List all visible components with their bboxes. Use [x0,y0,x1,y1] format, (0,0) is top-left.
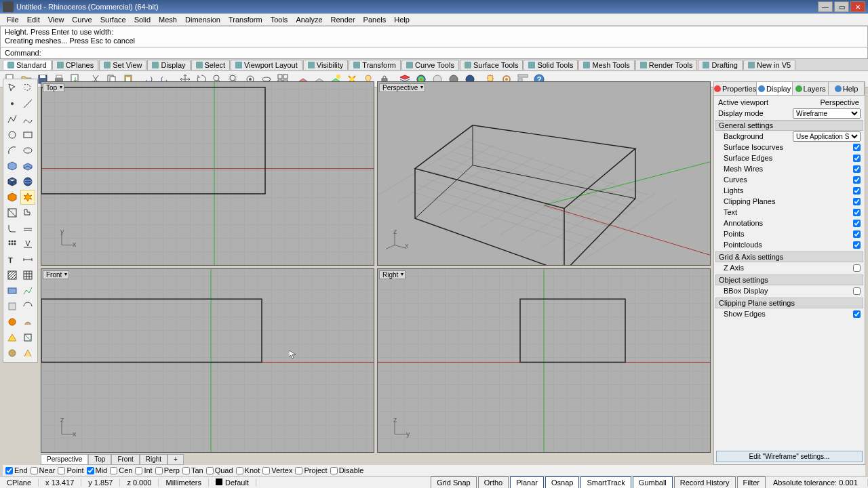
pointclouds-check[interactable] [853,241,861,249]
curves-check[interactable] [853,176,861,184]
tab-standard[interactable]: Standard [3,60,52,70]
tab-solidtools[interactable]: Solid Tools [524,60,578,70]
status-planar[interactable]: Planar [510,476,544,489]
tool8-button[interactable] [20,346,35,361]
offset-button[interactable] [20,221,35,236]
command-input[interactable] [44,49,863,57]
osnap-near[interactable]: Near [31,466,56,474]
surface-button[interactable] [5,159,20,174]
menu-file[interactable]: File [3,14,23,25]
osnap-quad[interactable]: Quad [206,466,233,474]
tab-meshtools[interactable]: Mesh Tools [578,60,634,70]
box-button[interactable] [5,174,20,189]
osnap-perp[interactable]: Perp [155,466,180,474]
status-filter[interactable]: Filter [737,476,766,489]
display-mode-select[interactable]: Wireframe [793,108,861,119]
extrude-button[interactable] [20,159,35,174]
viewtab-front[interactable]: Front [111,454,139,465]
mesh-button[interactable] [5,190,20,205]
tab-visibility[interactable]: Visibility [303,60,349,70]
sphere-button[interactable] [20,174,35,189]
background-select[interactable]: Use Application Settings [793,131,861,142]
viewtab-right[interactable]: Right [140,454,167,465]
status-smarttrack[interactable]: SmartTrack [580,476,631,489]
zaxis-check[interactable] [853,264,861,272]
tab-display[interactable]: Display [147,60,190,70]
menu-tools[interactable]: Tools [267,14,292,25]
menu-mesh[interactable]: Mesh [155,14,181,25]
point-button[interactable] [5,96,20,111]
tab-setview[interactable]: Set View [99,60,146,70]
status-units[interactable]: Millimeters [159,479,209,487]
menu-analyze[interactable]: Analyze [292,14,326,25]
paneltab-layers[interactable]: Layers [793,82,829,95]
hatch-button[interactable] [5,268,20,283]
tab-drafting[interactable]: Drafting [698,60,743,70]
osnap-int[interactable]: Int [135,466,152,474]
tab-viewportlayout[interactable]: Viewport Layout [231,60,302,70]
grid-button[interactable] [20,268,35,283]
viewport-perspective[interactable]: Perspective z x [377,81,711,266]
maximize-button[interactable]: ▭ [834,1,849,12]
tab-rendertools[interactable]: Render Tools [635,60,698,70]
edit-wireframe-button[interactable]: Edit "Wireframe" settings... [716,451,863,462]
tab-newinv5[interactable]: New in V5 [743,60,795,70]
showedges-check[interactable] [853,310,861,318]
tool2-button[interactable] [20,299,35,314]
menu-edit[interactable]: Edit [23,14,44,25]
text-button[interactable]: T [5,252,20,267]
paneltab-properties[interactable]: Properties [714,82,757,95]
dim-button[interactable] [20,252,35,267]
tool7-button[interactable] [5,346,20,361]
close-button[interactable]: ✕ [850,1,865,12]
viewport-label-perspective[interactable]: Perspective [379,83,425,92]
viewtab-add[interactable]: + [167,454,184,465]
tab-curvetools[interactable]: Curve Tools [401,60,459,70]
status-gumball[interactable]: Gumball [633,476,673,489]
menu-curve[interactable]: Curve [68,14,96,25]
menu-render[interactable]: Render [327,14,359,25]
status-osnap[interactable]: Osnap [545,476,579,489]
surface-isocurves-check[interactable] [853,144,861,151]
osnap-vertex[interactable]: Vertex [262,466,292,474]
points-check[interactable] [853,230,861,238]
render-button[interactable] [5,283,20,298]
trim-button[interactable] [5,205,20,220]
menu-view[interactable]: View [44,14,68,25]
mesh-wires-check[interactable] [853,165,861,173]
viewport-top[interactable]: Top y x [41,81,374,266]
tool3-button[interactable] [5,314,20,329]
tab-select[interactable]: Select [191,60,231,70]
status-cplane[interactable]: CPlane [0,479,39,487]
clipping-planes-check[interactable] [853,198,861,205]
tool5-button[interactable] [5,330,20,345]
tab-transform[interactable]: Transform [349,60,401,70]
menu-help[interactable]: Help [390,14,414,25]
viewport-label-top[interactable]: Top [43,83,64,92]
lights-check[interactable] [853,187,861,195]
minimize-button[interactable]: — [818,1,833,12]
viewport-right[interactable]: Right z y [377,268,711,453]
osnap-cen[interactable]: Cen [110,466,132,474]
ellipse-button[interactable] [20,143,35,158]
status-layer[interactable]: Default [209,479,256,487]
project-button[interactable] [20,237,35,251]
line-button[interactable] [20,96,35,111]
viewport-front[interactable]: Front z x [41,268,374,453]
lasso-button[interactable] [20,81,35,96]
text-check[interactable] [853,209,861,216]
fillet-button[interactable] [5,221,20,236]
circle-button[interactable] [5,127,20,142]
status-gridsnap[interactable]: Grid Snap [431,476,477,489]
paneltab-help[interactable]: Help [829,82,865,95]
menu-panels[interactable]: Panels [359,14,391,25]
join-button[interactable] [20,205,35,220]
curve-button[interactable] [20,112,35,127]
menu-transform[interactable]: Transform [224,14,267,25]
tool1-button[interactable] [5,299,20,314]
bbox-check[interactable] [853,287,861,295]
polyline-button[interactable] [5,112,20,127]
menu-surface[interactable]: Surface [96,14,130,25]
viewport-label-right[interactable]: Right [379,270,406,279]
analyze-button[interactable] [20,283,35,298]
